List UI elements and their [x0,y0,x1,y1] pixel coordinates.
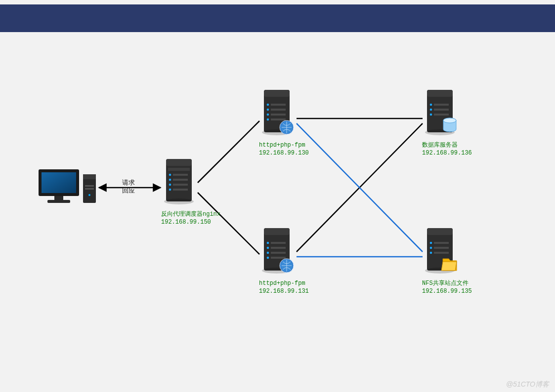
svg-rect-25 [271,104,286,106]
svg-point-63 [430,247,432,249]
node-nfs: NFS共享站点文件 192.168.99.135 [422,226,472,295]
svg-point-41 [267,252,269,254]
header-bar [0,4,555,32]
svg-rect-36 [264,228,290,235]
svg-rect-60 [427,228,453,235]
web1-ip: 192.168.99.130 [259,149,309,157]
svg-rect-40 [271,247,286,249]
svg-point-37 [267,242,269,244]
node-web2: httpd+php-fpm 192.168.99.131 [259,226,309,295]
svg-rect-12 [168,168,190,171]
svg-point-39 [267,247,269,249]
node-nfs-label: NFS共享站点文件 192.168.99.135 [422,279,472,295]
svg-rect-49 [427,90,453,97]
svg-rect-20 [173,189,188,191]
webserver-icon [259,226,295,275]
proxy-title: 反向代理调度器nginx [161,210,220,218]
svg-rect-27 [271,109,286,111]
node-web1-label: httpd+php-fpm 192.168.99.130 [259,141,309,157]
svg-rect-23 [264,90,290,97]
node-web2-label: httpd+php-fpm 192.168.99.131 [259,279,309,295]
label-line1: 请求 [122,179,135,187]
web2-title: httpd+php-fpm [259,279,309,287]
svg-rect-51 [434,104,449,106]
web1-title: httpd+php-fpm [259,141,309,149]
svg-rect-42 [271,252,286,254]
svg-point-30 [267,118,269,121]
svg-rect-7 [42,172,76,193]
svg-point-19 [169,189,171,191]
svg-rect-62 [434,242,449,244]
svg-point-21 [164,198,194,204]
dbserver-icon [422,88,458,137]
svg-rect-9 [47,200,70,203]
svg-point-17 [169,184,171,186]
link-web1-nfs [297,123,423,252]
svg-rect-1 [83,174,96,179]
svg-rect-18 [173,184,188,186]
svg-rect-11 [166,159,192,166]
svg-rect-55 [434,114,449,116]
proxy-ip: 192.168.99.150 [161,218,220,226]
node-proxy-label: 反向代理调度器nginx 192.168.99.150 [161,210,220,226]
svg-point-15 [169,179,171,181]
db-title: 数据库服务器 [422,141,472,149]
label-line2: 回应 [122,187,135,195]
svg-rect-16 [173,179,188,181]
svg-point-65 [430,252,432,254]
webserver-icon [259,88,295,137]
svg-point-50 [430,104,432,106]
svg-rect-31 [271,118,286,120]
svg-point-26 [267,109,269,111]
svg-point-4 [88,194,90,196]
request-response-label: 请求 回应 [122,179,135,195]
svg-point-13 [169,174,171,176]
svg-rect-64 [434,247,449,249]
svg-rect-38 [271,242,286,244]
node-db-label: 数据库服务器 192.168.99.136 [422,141,472,157]
db-ip: 192.168.99.136 [422,149,472,157]
server-icon [161,157,197,206]
svg-rect-66 [434,252,449,254]
link-web2-db [297,123,423,252]
node-db: 数据库服务器 192.168.99.136 [422,88,472,157]
node-client [36,165,100,212]
svg-point-54 [430,114,432,116]
svg-point-52 [430,109,432,111]
svg-rect-44 [271,257,286,259]
node-proxy: 反向代理调度器nginx 192.168.99.150 [161,157,220,226]
fileserver-icon [422,226,458,275]
svg-rect-2 [85,185,94,187]
diagram-page: 请求 回应 [0,0,555,392]
svg-rect-14 [173,174,188,176]
svg-point-24 [267,104,269,106]
svg-rect-29 [271,114,286,116]
svg-point-58 [443,118,456,123]
workstation-icon [36,165,100,210]
node-web1: httpd+php-fpm 192.168.99.130 [259,88,309,157]
web2-ip: 192.168.99.131 [259,287,309,295]
nfs-ip: 192.168.99.135 [422,287,472,295]
svg-point-61 [430,242,432,244]
watermark-text: @51CTO博客 [506,380,549,389]
svg-point-43 [267,257,269,259]
nfs-title: NFS共享站点文件 [422,279,472,287]
svg-rect-3 [85,188,94,190]
diagram-canvas: 请求 回应 [0,39,555,385]
svg-rect-53 [434,109,449,111]
svg-point-28 [267,114,269,116]
svg-rect-8 [54,196,63,200]
